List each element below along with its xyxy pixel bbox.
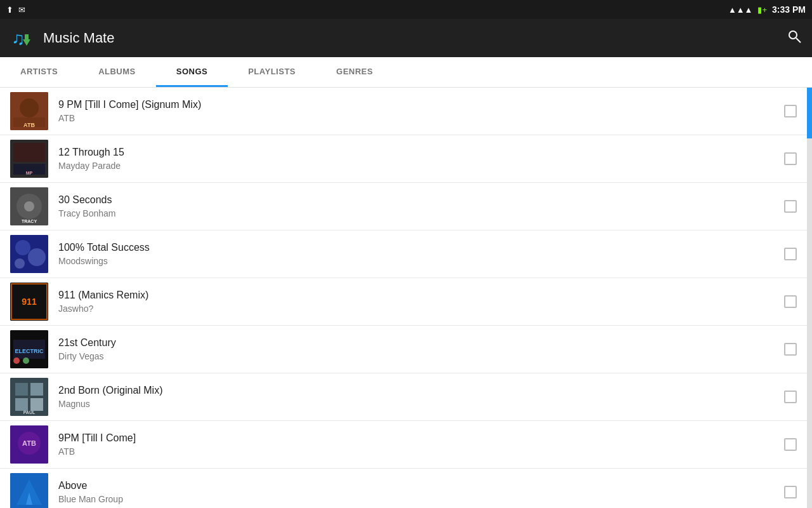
song-title: 12 Through 15 [58,147,774,158]
svg-rect-32 [15,398,28,411]
song-checkbox[interactable] [784,248,797,260]
svg-point-18 [15,240,30,255]
song-title: 100% Total Success [58,242,774,253]
song-info: 2nd Born (Original Mix) Magnus [58,385,774,409]
svg-point-28 [23,358,29,364]
svg-rect-30 [15,383,28,396]
svg-line-4 [796,38,801,43]
status-left-icons: ⬆ ✉ [6,5,25,15]
song-info: Above Blue Man Group [58,480,774,504]
svg-rect-33 [30,398,43,411]
svg-point-15 [24,201,34,211]
tabs-bar: ARTISTS ALBUMS SONGS PLAYLISTS GENRES [0,57,812,88]
album-art [10,473,48,508]
wifi-icon: ▲▲▲ [728,5,753,15]
svg-point-20 [15,258,25,269]
list-item[interactable]: TRACY 30 Seconds Tracy Bonham [0,183,807,231]
svg-text:911: 911 [22,297,37,307]
song-info: 12 Through 15 Mayday Parade [58,147,774,171]
search-button[interactable] [787,29,802,48]
list-item[interactable]: ATB 9 PM [Till I Come] (Signum Mix) ATB [0,88,807,135]
svg-point-6 [20,98,39,117]
song-artist: Blue Man Group [58,494,774,504]
album-art: PAUL [10,378,48,416]
song-artist: Magnus [58,399,774,409]
song-artist: Dirty Vegas [58,351,774,361]
album-art: 911 [10,283,48,321]
song-artist: Tracy Bonham [58,208,774,218]
app-logo: ♫ [10,25,36,51]
song-checkbox[interactable] [784,105,797,117]
song-checkbox[interactable] [784,391,797,403]
song-title: 9PM [Till I Come] [58,432,774,444]
song-title: 30 Seconds [58,194,774,206]
song-artist: Mayday Parade [58,161,774,171]
svg-text:ATB: ATB [23,122,35,128]
svg-text:MP: MP [26,171,33,175]
time-display: 3:33 PM [772,4,806,15]
svg-text:♫: ♫ [11,29,25,48]
svg-text:ATB: ATB [22,439,36,447]
tab-genres[interactable]: GENRES [316,57,393,87]
usb-icon: ⬆ [6,5,13,15]
album-art: ATB [10,92,48,130]
song-checkbox[interactable] [784,200,797,213]
song-artist: ATB [58,113,774,123]
album-art: ELECTRIC [10,330,48,368]
list-item[interactable]: ELECTRIC 21st Century Dirty Vegas [0,326,807,373]
song-artist: ATB [58,446,774,457]
app-bar-left: ♫ Music Mate [10,25,114,51]
svg-point-27 [13,358,20,364]
song-checkbox[interactable] [784,152,797,165]
tab-playlists[interactable]: PLAYLISTS [228,57,316,87]
song-artist: Jaswho? [58,304,774,314]
song-checkbox[interactable] [784,486,797,498]
song-title: 9 PM [Till I Come] (Signum Mix) [58,99,774,110]
album-art: TRACY [10,187,48,225]
list-item[interactable]: ATB 9PM [Till I Come] ATB [0,421,807,469]
tab-artists[interactable]: ARTISTS [0,57,78,87]
list-item[interactable]: Above Blue Man Group [0,469,807,508]
album-art: ATB [10,425,48,464]
battery-charging-icon: ▮+ [757,5,767,15]
svg-text:TRACY: TRACY [22,219,37,224]
svg-point-19 [28,248,46,266]
scroll-thumb[interactable] [807,88,812,138]
song-artist: Moodswings [58,256,774,266]
tab-songs[interactable]: SONGS [156,57,228,87]
list-item[interactable]: 100% Total Success Moodswings [0,231,807,278]
song-info: 100% Total Success Moodswings [58,242,774,266]
svg-rect-2 [25,34,29,42]
svg-point-3 [789,31,797,39]
tab-albums[interactable]: ALBUMS [78,57,156,87]
status-right-icons: ▲▲▲ ▮+ 3:33 PM [728,4,806,15]
song-info: 9PM [Till I Come] ATB [58,432,774,457]
song-title: Above [58,480,774,491]
status-bar: ⬆ ✉ ▲▲▲ ▮+ 3:33 PM [0,0,812,19]
email-icon: ✉ [18,5,25,15]
album-art: MP [10,140,48,178]
svg-rect-31 [30,383,43,396]
song-info: 30 Seconds Tracy Bonham [58,194,774,218]
song-info: 911 (Manics Remix) Jaswho? [58,290,774,314]
list-item[interactable]: PAUL 2nd Born (Original Mix) Magnus [0,373,807,421]
song-checkbox[interactable] [784,295,797,308]
app-bar: ♫ Music Mate [0,19,812,57]
song-title: 911 (Manics Remix) [58,290,774,301]
song-info: 9 PM [Till I Come] (Signum Mix) ATB [58,99,774,123]
song-checkbox[interactable] [784,343,797,356]
song-list: ATB 9 PM [Till I Come] (Signum Mix) ATB … [0,88,807,508]
list-item[interactable]: 911 911 (Manics Remix) Jaswho? [0,278,807,326]
svg-text:PAUL: PAUL [23,410,36,415]
app-title: Music Mate [43,30,114,46]
song-title: 21st Century [58,337,774,349]
song-title: 2nd Born (Original Mix) [58,385,774,396]
song-info: 21st Century Dirty Vegas [58,337,774,361]
song-checkbox[interactable] [784,438,797,451]
svg-rect-10 [13,143,45,162]
list-item[interactable]: MP 12 Through 15 Mayday Parade [0,135,807,183]
album-art [10,235,48,273]
svg-text:ELECTRIC: ELECTRIC [15,348,44,354]
scrollbar[interactable] [807,88,812,508]
